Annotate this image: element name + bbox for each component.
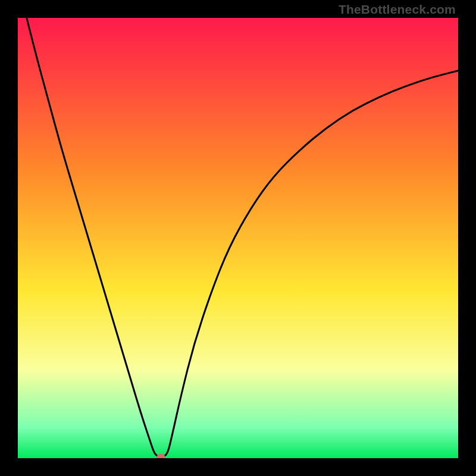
chart-frame: TheBottleneck.com: [0, 0, 476, 476]
optimal-point-marker: [157, 454, 165, 458]
watermark-text: TheBottleneck.com: [339, 2, 456, 17]
bottleneck-curve: [18, 18, 458, 458]
plot-area: [18, 18, 458, 458]
